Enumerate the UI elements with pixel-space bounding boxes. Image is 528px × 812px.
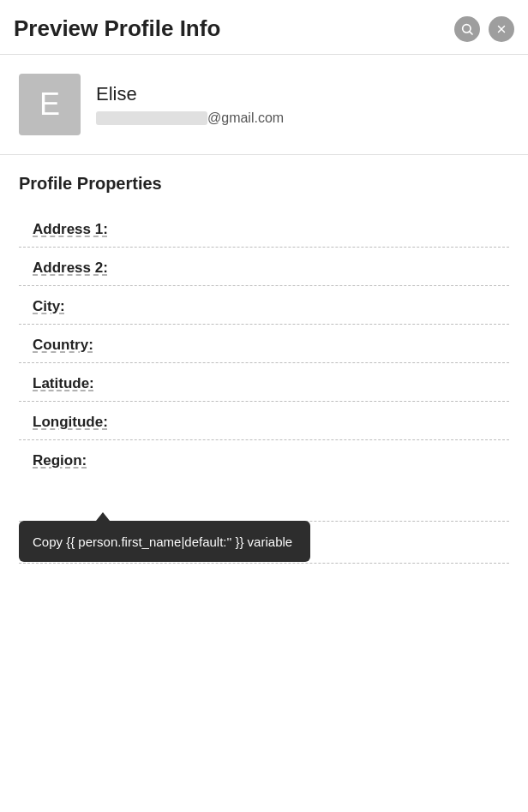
property-label-latitude: Latitude: [33,375,94,391]
tooltip-text: Copy {{ person.first_name|default:'' }} … [33,534,292,549]
svg-line-1 [470,32,472,34]
profile-info: Elise @gmail.com [96,83,284,126]
property-label-city: City: [33,298,65,314]
search-button[interactable] [454,16,480,42]
profile-section: E Elise @gmail.com [0,55,528,155]
properties-section: Profile Properties Address 1: Address 2:… [0,155,528,564]
email-suffix: @gmail.com [207,110,284,126]
property-list: Address 1: Address 2: City: Country: Lat… [19,209,509,564]
header: Preview Profile Info [0,0,528,55]
property-label-longitude: Longitude: [33,414,108,430]
email-redacted-part [96,111,207,125]
list-item: Region: Copy {{ person.first_name|defaul… [19,440,509,522]
list-item: Address 1: [19,209,509,248]
list-item: Address 2: [19,248,509,286]
profile-email: @gmail.com [96,110,284,126]
avatar: E [19,74,81,135]
property-label-address1: Address 1: [33,221,108,237]
profile-name: Elise [96,83,284,105]
header-actions [454,16,514,42]
property-label-address2: Address 2: [33,260,108,276]
list-item: City: [19,286,509,325]
list-item: Country: [19,325,509,363]
property-label-region: Region: [33,452,87,469]
page-title: Preview Profile Info [14,15,220,42]
close-button[interactable] [489,16,514,42]
list-item: Longitude: [19,402,509,440]
tooltip-popup: Copy {{ person.first_name|default:'' }} … [19,521,310,562]
property-label-country: Country: [33,337,93,353]
section-title: Profile Properties [19,174,509,194]
list-item: Latitude: [19,363,509,402]
